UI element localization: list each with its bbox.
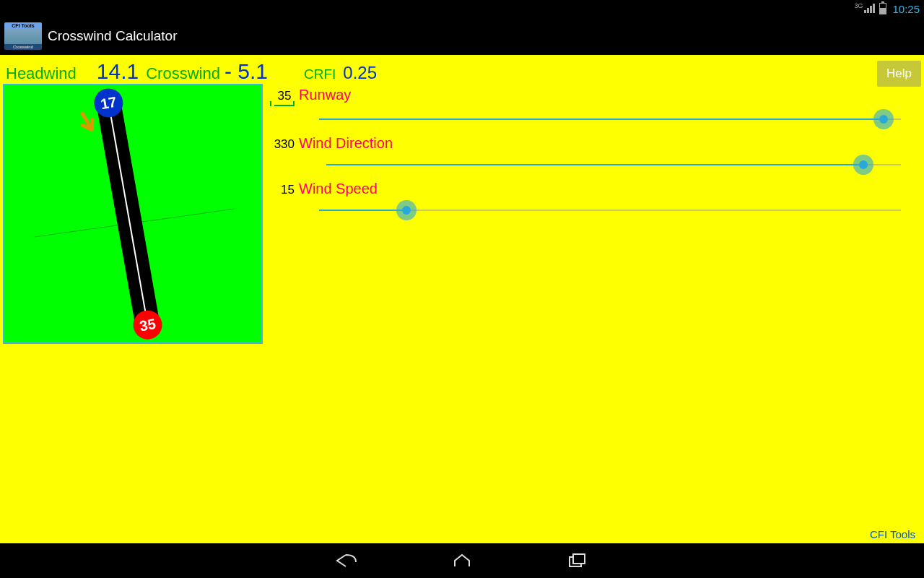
runway-value-input[interactable] — [274, 87, 295, 106]
wind-speed-slider-label: Wind Speed — [299, 181, 378, 197]
runway-diagram: 17 35 — [3, 84, 263, 344]
sliders-panel: Runway 330 Wind Direction — [263, 84, 924, 344]
wind-direction-slider[interactable] — [326, 155, 901, 175]
headwind-label: Headwind — [6, 64, 77, 83]
status-time: 10:25 — [892, 3, 920, 15]
runway-marker-far: 35 — [131, 309, 164, 342]
page-title: Crosswind Calculator — [48, 28, 178, 44]
wind-speed-slider-row: 15 Wind Speed — [269, 181, 901, 220]
status-bar: 3G 10:25 — [0, 0, 924, 17]
content-area: Headwind 14.1 Crosswind - 5.1 CRFI 0.25 … — [0, 55, 924, 543]
brand-label: CFI Tools — [870, 528, 915, 540]
home-button[interactable] — [440, 549, 484, 572]
crosswind-label: Crosswind — [146, 64, 220, 83]
recent-button[interactable] — [556, 549, 599, 572]
wind-speed-slider[interactable] — [319, 200, 901, 220]
signal-icon — [864, 4, 875, 14]
runway-slider-label: Runway — [299, 87, 351, 103]
battery-icon — [879, 3, 886, 14]
wind-direction-value: 330 — [269, 137, 295, 152]
svg-rect-1 — [573, 554, 585, 564]
runway-slider-row: Runway — [269, 87, 901, 129]
results-row: Headwind 14.1 Crosswind - 5.1 CRFI 0.25 … — [0, 55, 924, 84]
network-3g-label: 3G — [854, 2, 863, 9]
action-bar: CFI Tools Crosswind Crosswind Calculator — [0, 17, 924, 55]
logo-bottom-text: Crosswind — [4, 44, 42, 50]
nav-bar — [0, 543, 924, 578]
runway-value-field[interactable] — [269, 87, 295, 106]
runway-slider[interactable] — [319, 109, 901, 129]
wind-speed-value: 15 — [269, 183, 295, 197]
wind-direction-slider-label: Wind Direction — [299, 135, 393, 152]
crosswind-value: - 5.1 — [225, 59, 268, 84]
runway-strip: 17 35 — [97, 103, 160, 328]
logo-top-text: CFI Tools — [4, 22, 42, 29]
wind-direction-slider-row: 330 Wind Direction — [269, 135, 901, 175]
crfi-label: CRFI — [304, 66, 336, 82]
app-logo: CFI Tools Crosswind — [4, 22, 42, 50]
headwind-value: 14.1 — [97, 59, 139, 84]
help-button[interactable]: Help — [877, 61, 921, 87]
back-button[interactable] — [325, 549, 368, 572]
crfi-value: 0.25 — [343, 63, 377, 83]
